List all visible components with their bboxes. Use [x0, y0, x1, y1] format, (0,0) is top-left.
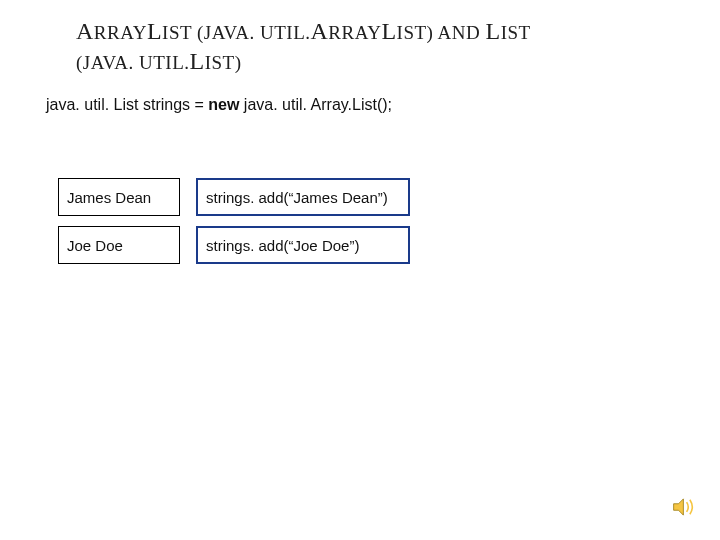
list-item-label: James Dean	[67, 189, 151, 206]
code-text: java. util. List strings =	[46, 96, 208, 113]
title-text: L	[381, 18, 396, 44]
keyword-new: new	[208, 96, 239, 113]
title-text: A	[76, 18, 94, 44]
svg-marker-0	[674, 499, 684, 515]
title-text: IST	[397, 22, 427, 43]
title-text: .	[129, 52, 140, 73]
title-text: RRAY	[328, 22, 381, 43]
title-text: UTIL	[260, 22, 305, 43]
code-box: strings. add(“James Dean”)	[196, 178, 410, 216]
speaker-icon	[672, 496, 698, 518]
title-text: A	[311, 18, 329, 44]
list-item: James Dean	[58, 178, 180, 216]
title-text: (	[192, 22, 204, 43]
title-text: AND	[438, 22, 481, 43]
title-text: L	[147, 18, 162, 44]
title-text: JAVA	[83, 52, 129, 73]
slide: ARRAYLIST (JAVA. UTIL.ARRAYLIST) AND LIS…	[0, 0, 720, 540]
slide-title: ARRAYLIST (JAVA. UTIL.ARRAYLIST) AND LIS…	[76, 16, 670, 76]
list-item: Joe Doe	[58, 226, 180, 264]
code-text: java. util. Array.List();	[239, 96, 392, 113]
title-text: UTIL	[139, 52, 184, 73]
code-box: strings. add(“Joe Doe”)	[196, 226, 410, 264]
title-text: RRAY	[94, 22, 147, 43]
title-text: )	[427, 22, 438, 43]
title-text: L	[190, 48, 205, 74]
code-text: strings. add(“Joe Doe”)	[206, 237, 359, 254]
title-text: IST	[501, 22, 531, 43]
title-text: JAVA	[204, 22, 250, 43]
title-text: .	[249, 22, 260, 43]
declaration-line: java. util. List strings = new java. uti…	[46, 96, 392, 114]
title-text: IST	[205, 52, 235, 73]
title-text: )	[235, 52, 242, 73]
title-text: IST	[162, 22, 192, 43]
title-text: L	[486, 18, 501, 44]
title-text: (	[76, 52, 83, 73]
code-text: strings. add(“James Dean”)	[206, 189, 388, 206]
list-item-label: Joe Doe	[67, 237, 123, 254]
